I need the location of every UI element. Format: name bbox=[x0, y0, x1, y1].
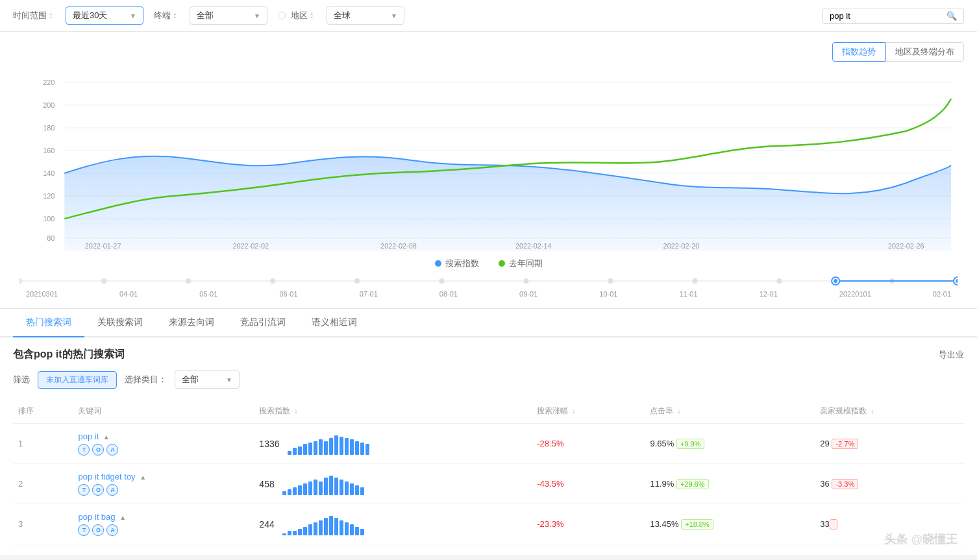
trend-arrow-icon: ▲ bbox=[140, 474, 146, 481]
tl-9: 11-01 bbox=[679, 290, 697, 298]
svg-text:200: 200 bbox=[43, 101, 55, 109]
mini-bar bbox=[298, 446, 302, 455]
mini-bar bbox=[288, 489, 291, 495]
mini-bar bbox=[360, 529, 364, 535]
mini-bar bbox=[340, 437, 343, 455]
mini-bar bbox=[334, 478, 338, 495]
top-filter-bar: 时间范围： 最近30天 ▼ 终端： 全部 ▼ 地区： 全球 ▼ 🔍 bbox=[0, 0, 977, 32]
mini-bar bbox=[340, 480, 343, 495]
sort-click-icon[interactable]: ↓ bbox=[677, 406, 681, 415]
keyword-link[interactable]: pop it ▲ bbox=[78, 432, 109, 441]
export-button[interactable]: 导出业 bbox=[939, 349, 964, 361]
search-icon[interactable]: 🔍 bbox=[946, 11, 957, 21]
svg-text:2022-02-14: 2022-02-14 bbox=[515, 242, 552, 250]
search-index-val: 458 bbox=[259, 479, 274, 489]
table-row: 1pop it ▲TOA1336-28.5%9.65% +9.9%29 -2.7… bbox=[13, 424, 964, 464]
cell-growth: -28.5% bbox=[532, 424, 645, 464]
table-header-row: 排序 关键词 搜索指数 ↓ 搜索涨幅 ↓ 点击率 ↓ 卖家规模指数 ↓ bbox=[13, 399, 964, 424]
click-growth-tag: +9.9% bbox=[676, 439, 705, 449]
mini-chart bbox=[288, 432, 369, 455]
tag-icon: T bbox=[78, 484, 90, 496]
tab-related-search[interactable]: 关联搜索词 bbox=[84, 309, 156, 337]
mini-bar bbox=[329, 516, 333, 535]
th-rank: 排序 bbox=[13, 399, 73, 424]
tl-3: 05-01 bbox=[199, 290, 217, 298]
mini-bar bbox=[319, 481, 323, 495]
growth-value: -28.5% bbox=[537, 439, 563, 448]
mini-bar bbox=[329, 476, 333, 495]
mini-bar bbox=[365, 444, 369, 455]
legend-search-dot bbox=[435, 260, 441, 267]
tab-region[interactable]: 地区及终端分布 bbox=[885, 42, 964, 62]
terminal-select[interactable]: 全部 ▼ bbox=[190, 6, 267, 25]
tl-6: 08-01 bbox=[439, 290, 458, 298]
rank-num: 1 bbox=[18, 439, 23, 448]
tag-icon: A bbox=[106, 484, 118, 496]
tag-icons: TOA bbox=[78, 444, 249, 456]
mini-bar bbox=[282, 491, 286, 495]
sort-seller-icon[interactable]: ↓ bbox=[871, 406, 874, 415]
mini-bar bbox=[314, 522, 317, 535]
keyword-link[interactable]: pop it fidget toy ▲ bbox=[78, 472, 146, 481]
search-input[interactable] bbox=[830, 11, 946, 21]
mini-bar bbox=[334, 435, 338, 455]
chart-area: 指数趋势 地区及终端分布 220 200 180 160 1 bbox=[0, 32, 977, 274]
filter-row: 筛选 未加入直通车词库 选择类目： 全部 ▼ bbox=[13, 371, 964, 389]
mini-bar bbox=[350, 439, 354, 455]
click-growth-tag: +18.8% bbox=[681, 519, 713, 530]
filter-tag-cart[interactable]: 未加入直通车词库 bbox=[38, 371, 117, 389]
terminal-chevron-icon: ▼ bbox=[254, 12, 260, 19]
mini-bar bbox=[298, 529, 302, 535]
mini-bar bbox=[360, 443, 364, 455]
time-label: 时间范围： bbox=[13, 10, 55, 21]
trend-arrow-icon: ▲ bbox=[119, 514, 126, 521]
search-index-val: 244 bbox=[259, 519, 274, 530]
timeline-labels: 20210301 04-01 05-01 06-01 07-01 08-01 0… bbox=[19, 290, 958, 298]
mini-bar bbox=[288, 531, 291, 535]
search-box[interactable]: 🔍 bbox=[822, 8, 964, 24]
cell-growth: -23.3% bbox=[532, 504, 645, 544]
section-title: 包含pop it的热门搜索词 bbox=[13, 348, 125, 361]
chart-tabs: 指数趋势 地区及终端分布 bbox=[13, 42, 964, 62]
mini-bar bbox=[314, 480, 317, 495]
tag-icon: A bbox=[106, 524, 118, 536]
svg-point-32 bbox=[776, 278, 782, 284]
cell-keyword: pop it fidget toy ▲TOA bbox=[73, 464, 254, 504]
tab-trend[interactable]: 指数趋势 bbox=[832, 42, 885, 62]
tag-icon: A bbox=[106, 444, 118, 456]
terminal-label: 终端： bbox=[154, 10, 179, 21]
cell-click-rate: 11.9% +29.6% bbox=[645, 464, 815, 504]
time-chevron-icon: ▼ bbox=[130, 12, 136, 19]
cell-seller-index: 33 bbox=[815, 504, 964, 544]
chart-container: 220 200 180 160 140 120 100 80 2022-01-2… bbox=[19, 69, 958, 251]
svg-text:2022-02-02: 2022-02-02 bbox=[232, 242, 269, 250]
terminal-value: 全部 bbox=[197, 10, 214, 21]
sort-search-icon[interactable]: ↓ bbox=[294, 406, 298, 415]
region-select[interactable]: 全球 ▼ bbox=[327, 6, 404, 25]
sort-growth-icon[interactable]: ↓ bbox=[572, 406, 576, 415]
rank-num: 2 bbox=[18, 479, 23, 489]
region-radio[interactable] bbox=[278, 12, 286, 19]
mini-bar bbox=[345, 438, 349, 455]
content-area: 包含pop it的热门搜索词 导出业 筛选 未加入直通车词库 选择类目： 全部 … bbox=[0, 337, 977, 555]
mini-bar bbox=[303, 527, 307, 535]
svg-point-23 bbox=[19, 278, 22, 284]
mini-bar bbox=[293, 448, 297, 455]
region-chevron-icon: ▼ bbox=[391, 12, 397, 19]
category-select[interactable]: 全部 ▼ bbox=[175, 371, 240, 389]
tab-competitor[interactable]: 竞品引流词 bbox=[227, 309, 299, 337]
tab-hot-search[interactable]: 热门搜索词 bbox=[13, 309, 84, 337]
tab-semantic[interactable]: 语义相近词 bbox=[299, 309, 370, 337]
tab-source-dest[interactable]: 来源去向词 bbox=[156, 309, 227, 337]
region-label: 地区： bbox=[291, 10, 316, 21]
keyword-link[interactable]: pop it bag ▲ bbox=[78, 512, 126, 522]
time-select[interactable]: 最近30天 ▼ bbox=[66, 6, 143, 25]
svg-text:2022-01-27: 2022-01-27 bbox=[85, 242, 121, 250]
click-growth-tag: +29.6% bbox=[676, 479, 709, 489]
svg-text:2022-02-20: 2022-02-20 bbox=[663, 242, 700, 250]
cell-seller-index: 29 -2.7% bbox=[815, 424, 964, 464]
tag-icons: TOA bbox=[78, 484, 249, 496]
legend-search: 搜索指数 bbox=[435, 258, 479, 269]
tl-4: 06-01 bbox=[279, 290, 297, 298]
tag-icon: O bbox=[92, 444, 104, 456]
